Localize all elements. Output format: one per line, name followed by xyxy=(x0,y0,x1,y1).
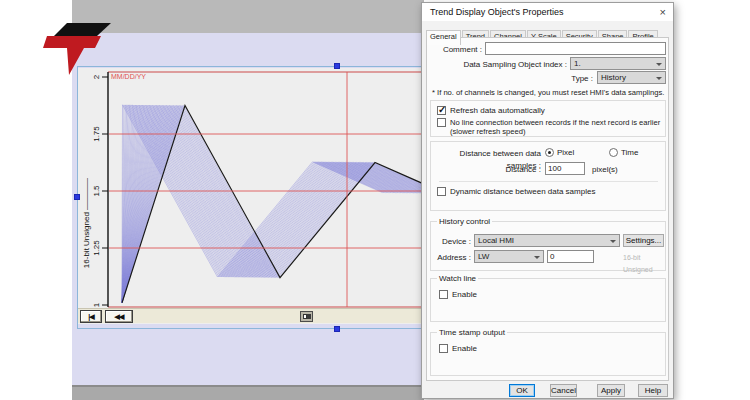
dialog-titlebar[interactable]: Trend Display Object's Properties × xyxy=(422,3,673,21)
settings-button[interactable]: Settings... xyxy=(623,234,664,247)
radio-selected-dot xyxy=(545,148,554,157)
comment-input[interactable] xyxy=(485,42,666,55)
ok-button[interactable]: OK xyxy=(509,384,535,397)
selection-handle-bottom[interactable] xyxy=(334,326,340,332)
thumb-right-pane xyxy=(307,314,311,319)
checkbox-box xyxy=(439,290,448,299)
selection-handle-top[interactable] xyxy=(334,63,340,69)
reset-samplings-note: * If no. of channels is changed, you mus… xyxy=(432,88,668,97)
address-type-dropdown[interactable]: LW xyxy=(474,250,544,263)
dynamic-distance-checkbox[interactable]: Dynamic distance between data samples xyxy=(437,187,595,196)
checkbox-checked-box xyxy=(437,106,446,115)
trend-scrollbar[interactable]: |◀ ◀◀ xyxy=(78,308,421,323)
checkbox-label: Enable xyxy=(452,344,477,353)
trend-chart-svg xyxy=(78,68,421,308)
y-tick-label: 2 xyxy=(91,66,103,88)
time-stamp-enable-checkbox[interactable]: Enable xyxy=(439,344,477,353)
checkbox-label: No line connection between records if th… xyxy=(450,118,661,136)
device-dropdown[interactable]: Local HMI xyxy=(474,234,620,247)
tab-general[interactable]: General xyxy=(426,30,461,45)
type-dropdown[interactable]: History xyxy=(597,71,666,84)
general-tab-page: Comment : Data Sampling Object index : 1… xyxy=(426,37,669,381)
address-input[interactable]: 0 xyxy=(547,250,594,263)
group-separator xyxy=(439,181,658,182)
trend-properties-dialog: Trend Display Object's Properties × Gene… xyxy=(421,2,674,399)
checkbox-box xyxy=(439,344,448,353)
group-label: Watch line xyxy=(437,274,478,283)
scrollbar-thumb-icon[interactable] xyxy=(300,311,313,322)
history-control-group: History control Device : Local HMI Setti… xyxy=(430,221,666,271)
sampling-index-label: Data Sampling Object index : xyxy=(427,59,567,71)
distance-group: Distance between data samples : Pixel Ti… xyxy=(430,141,666,211)
watch-line-enable-checkbox[interactable]: Enable xyxy=(439,290,477,299)
apply-button[interactable]: Apply xyxy=(597,384,625,397)
trend-display-object[interactable]: MM/DD/YY 21.751.51.251 16-bit Unsigned —… xyxy=(78,68,421,324)
address-format-hint: 16-bit Unsigned xyxy=(623,252,665,276)
group-label: Time stamp output xyxy=(437,328,507,337)
group-label: History control xyxy=(437,217,492,226)
go-to-start-button[interactable]: |◀ xyxy=(80,310,102,323)
radio-dot xyxy=(609,148,618,157)
distance-label: Distance : xyxy=(461,164,541,176)
comment-label: Comment : xyxy=(427,44,482,56)
sampling-index-dropdown[interactable]: 1. xyxy=(570,57,666,70)
page-back-button[interactable]: ◀◀ xyxy=(105,310,133,323)
radio-label: Time xyxy=(621,148,638,157)
checkbox-box xyxy=(437,187,446,196)
distance-unit-label: pixel(s) xyxy=(592,164,618,176)
checkbox-label: Enable xyxy=(452,290,477,299)
refresh-data-checkbox[interactable]: Refresh data automatically xyxy=(437,106,545,115)
time-stamp-output-group: Time stamp output Enable xyxy=(430,332,666,376)
y-axis-title: 16-bit Unsigned ———— xyxy=(81,138,93,308)
device-label: Device : xyxy=(431,236,471,248)
editor-bottom-gutter xyxy=(72,385,424,400)
x-axis-date-format-label: MM/DD/YY xyxy=(111,73,146,80)
selection-handle-left[interactable] xyxy=(74,194,80,200)
dialog-title: Trend Display Object's Properties xyxy=(430,3,563,21)
editor-top-gutter xyxy=(72,0,424,33)
checkbox-label: Refresh data automatically xyxy=(450,106,545,115)
checkbox-label: Dynamic distance between data samples xyxy=(450,187,595,196)
time-radio[interactable]: Time xyxy=(609,148,638,157)
radio-label: Pixel xyxy=(557,148,574,157)
help-button[interactable]: Help xyxy=(638,384,668,397)
type-label: Type : xyxy=(527,73,593,85)
cancel-button[interactable]: Cancel xyxy=(550,384,577,397)
pixel-radio[interactable]: Pixel xyxy=(545,148,574,157)
checkbox-box xyxy=(437,118,446,127)
watch-line-group: Watch line Enable xyxy=(430,278,666,322)
refresh-group: Refresh data automatically No line conne… xyxy=(430,100,666,137)
distance-input[interactable]: 100 xyxy=(545,162,585,175)
address-label: Address : xyxy=(431,252,471,264)
no-line-connection-checkbox[interactable]: No line connection between records if th… xyxy=(437,118,661,136)
close-icon[interactable]: × xyxy=(660,3,666,21)
